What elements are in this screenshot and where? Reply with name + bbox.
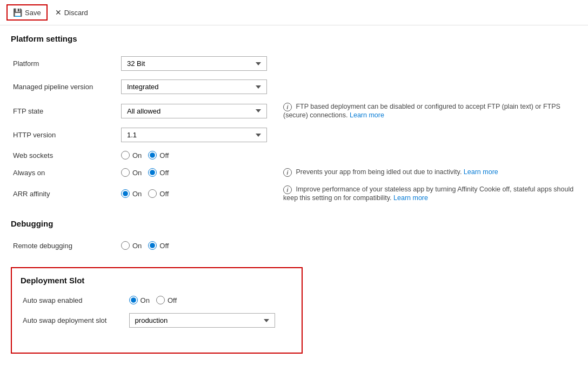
always-on-info-text: i Prevents your app from being idled out… xyxy=(283,168,498,176)
platform-settings-table: Platform 32 Bit 64 Bit Managed pipeline … xyxy=(11,52,577,206)
auto-swap-off-text: Off xyxy=(168,296,177,304)
auto-swap-enabled-radio-group: On Off xyxy=(129,296,286,304)
platform-label: Platform xyxy=(11,52,119,75)
always-on-off-radio[interactable] xyxy=(148,168,157,177)
ftp-state-row: FTP state All allowed FTPS Only Disabled… xyxy=(11,98,577,123)
auto-swap-off-radio[interactable] xyxy=(156,296,165,304)
always-on-row: Always on On Off i xyxy=(11,164,577,181)
auto-swap-enabled-row: Auto swap enabled On Off xyxy=(21,291,293,309)
http-version-row: HTTP version 1.1 2.0 xyxy=(11,123,577,147)
web-sockets-radio-group: On Off xyxy=(121,151,279,160)
remote-debugging-row: Remote debugging On Off xyxy=(11,237,577,254)
arr-affinity-on-radio[interactable] xyxy=(121,189,130,198)
managed-pipeline-dropdown[interactable]: Integrated Classic xyxy=(121,79,267,94)
discard-label: Discard xyxy=(64,9,88,17)
always-on-label: Always on xyxy=(11,164,119,181)
main-content: Platform settings Platform 32 Bit 64 Bit… xyxy=(0,25,588,362)
web-sockets-row: Web sockets On Off xyxy=(11,147,577,164)
web-sockets-off-radio[interactable] xyxy=(148,151,157,160)
web-sockets-off-label[interactable]: Off xyxy=(148,151,169,160)
web-sockets-on-label[interactable]: On xyxy=(121,151,142,160)
auto-swap-slot-dropdown[interactable]: production staging xyxy=(129,313,275,328)
auto-swap-on-label[interactable]: On xyxy=(129,296,150,304)
always-on-radio-group: On Off xyxy=(121,168,279,177)
auto-swap-on-radio[interactable] xyxy=(129,296,138,304)
remote-debugging-radio-group: On Off xyxy=(121,241,279,250)
arr-affinity-info-text: i Improve performance of your stateless … xyxy=(283,185,573,202)
toolbar: 💾 Save ✕ Discard xyxy=(0,0,588,25)
close-icon: ✕ xyxy=(55,8,62,17)
ftp-info-text: i FTP based deployment can be disabled o… xyxy=(283,103,560,119)
deployment-slot-table: Auto swap enabled On Off xyxy=(21,291,293,332)
arr-affinity-off-text: Off xyxy=(159,190,169,198)
always-on-on-text: On xyxy=(132,169,142,177)
web-sockets-label: Web sockets xyxy=(11,147,119,164)
auto-swap-enabled-label: Auto swap enabled xyxy=(21,291,127,309)
arr-affinity-off-radio[interactable] xyxy=(148,189,157,198)
remote-debugging-on-label[interactable]: On xyxy=(121,241,142,250)
remote-debugging-on-radio[interactable] xyxy=(121,241,130,250)
auto-swap-slot-row: Auto swap deployment slot production sta… xyxy=(21,309,293,332)
ftp-state-dropdown[interactable]: All allowed FTPS Only Disabled xyxy=(121,104,267,118)
web-sockets-on-text: On xyxy=(132,151,142,160)
arr-affinity-row: ARR affinity On Off xyxy=(11,181,577,206)
discard-button[interactable]: ✕ Discard xyxy=(50,5,93,19)
platform-dropdown[interactable]: 32 Bit 64 Bit xyxy=(121,56,267,71)
managed-pipeline-label: Managed pipeline version xyxy=(11,75,119,98)
arr-affinity-label: ARR affinity xyxy=(11,181,119,206)
auto-swap-slot-label: Auto swap deployment slot xyxy=(21,309,127,332)
arr-affinity-radio-group: On Off xyxy=(121,189,279,198)
remote-debugging-off-radio[interactable] xyxy=(148,241,157,250)
auto-swap-on-text: On xyxy=(141,296,150,304)
arr-affinity-off-label[interactable]: Off xyxy=(148,189,169,198)
remote-debugging-on-text: On xyxy=(132,242,142,250)
auto-swap-off-label[interactable]: Off xyxy=(156,296,177,304)
deployment-slot-box: Deployment Slot Auto swap enabled On xyxy=(11,267,303,354)
http-version-dropdown[interactable]: 1.1 2.0 xyxy=(121,128,267,142)
arr-affinity-on-text: On xyxy=(132,190,142,198)
arr-affinity-on-label[interactable]: On xyxy=(121,189,142,198)
ftp-learn-more-link[interactable]: Learn more xyxy=(350,111,384,119)
platform-settings-title: Platform settings xyxy=(11,34,577,43)
always-on-learn-more-link[interactable]: Learn more xyxy=(464,168,498,176)
web-sockets-on-radio[interactable] xyxy=(121,151,130,160)
arr-affinity-info-icon: i xyxy=(283,185,292,194)
arr-affinity-learn-more-link[interactable]: Learn more xyxy=(393,194,428,202)
remote-debugging-off-text: Off xyxy=(159,242,169,250)
debugging-settings-table: Remote debugging On Off xyxy=(11,237,577,254)
ftp-state-label: FTP state xyxy=(11,98,119,123)
ftp-info-icon: i xyxy=(283,103,292,111)
remote-debugging-label: Remote debugging xyxy=(11,237,119,254)
always-on-on-label[interactable]: On xyxy=(121,168,142,177)
always-on-off-text: Off xyxy=(159,169,169,177)
remote-debugging-off-label[interactable]: Off xyxy=(148,241,169,250)
always-on-off-label[interactable]: Off xyxy=(148,168,169,177)
save-button[interactable]: 💾 Save xyxy=(6,4,48,21)
web-sockets-off-text: Off xyxy=(159,151,169,160)
always-on-info-icon: i xyxy=(283,168,292,177)
managed-pipeline-row: Managed pipeline version Integrated Clas… xyxy=(11,75,577,98)
save-label: Save xyxy=(25,9,41,17)
debugging-title: Debugging xyxy=(11,219,577,228)
http-version-label: HTTP version xyxy=(11,123,119,147)
platform-row: Platform 32 Bit 64 Bit xyxy=(11,52,577,75)
save-icon: 💾 xyxy=(13,8,22,17)
always-on-on-radio[interactable] xyxy=(121,168,130,177)
deployment-slot-title: Deployment Slot xyxy=(21,276,293,285)
